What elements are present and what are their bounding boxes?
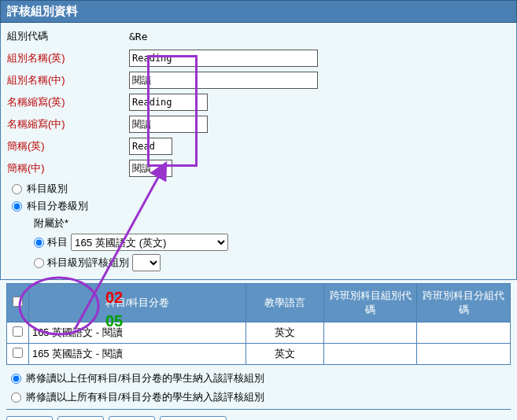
radio-paper-level-label: 科目分卷級別 (27, 199, 88, 213)
select-group[interactable] (132, 254, 161, 271)
input-short-ch[interactable] (129, 160, 172, 177)
table-row: 165 英國語文 - 閱讀 英文 (7, 322, 511, 344)
radio-attach-group[interactable] (34, 258, 44, 268)
radio-attach-subject[interactable] (34, 238, 44, 248)
radio-subject-level-label: 科目級別 (27, 182, 68, 196)
label-abbr-en: 名稱縮寫(英) (7, 95, 129, 109)
input-abbr-ch[interactable] (129, 116, 208, 133)
th-cross1: 跨班別科目組別代碼 (323, 284, 417, 322)
attach-label: 附屬於* (34, 216, 510, 230)
delete-button[interactable]: ✕ 刪除 (57, 416, 104, 420)
label-code: 組別代碼 (7, 29, 129, 43)
save-button[interactable]: 💾 儲存 (109, 416, 155, 420)
label-abbr-ch: 名稱縮寫(中) (7, 117, 129, 131)
subject-table: 科目/科目分卷 教學語言 跨班別科目組別代碼 跨班別科目分組代碼 165 英國語… (6, 283, 511, 365)
label-name-en: 組別名稱(英) (7, 51, 129, 65)
radio-include-any[interactable] (11, 374, 21, 384)
radio-subject-level[interactable] (12, 184, 22, 194)
cell-lang: 英文 (246, 344, 324, 365)
radio-attach-group-label: 科目級別評核組別 (47, 256, 129, 270)
th-subject: 科目/科目分卷 (28, 284, 246, 322)
cell-cross2 (417, 322, 511, 344)
row-checkbox[interactable] (13, 326, 23, 337)
back-button[interactable]: ◀ 返回前頁 (160, 416, 227, 420)
divider (6, 409, 511, 410)
input-name-en[interactable] (129, 50, 318, 67)
checkbox-all[interactable] (13, 297, 23, 307)
label-short-ch: 簡稱(中) (7, 161, 129, 175)
select-subject[interactable]: 165 英國語文 (英文) (71, 234, 228, 251)
radio-include-any-label: 將修讀以上任何科目/科目分卷的學生納入該評核組別 (26, 371, 264, 385)
form-section: 組別代碼 &Re 組別名稱(英) 組別名稱(中) 名稱縮寫(英) 名稱縮寫(中) (0, 23, 517, 280)
radio-include-all-label: 將修讀以上所有科目/科目分卷的學生納入該評核組別 (26, 390, 264, 404)
cell-lang: 英文 (246, 322, 324, 344)
label-name-ch: 組別名稱(中) (7, 73, 129, 87)
cell-cross1 (323, 344, 417, 365)
th-cross2: 跨班別科目分組代碼 (417, 284, 511, 322)
radio-attach-subject-label: 科目 (47, 235, 68, 249)
cell-subject: 165 英國語文 - 閱讀 (28, 322, 246, 344)
radio-include-all[interactable] (11, 392, 21, 403)
row-checkbox[interactable] (13, 348, 23, 358)
cell-cross1 (323, 322, 417, 344)
th-lang: 教學語言 (246, 284, 324, 322)
label-short-en: 簡稱(英) (7, 139, 129, 153)
input-abbr-en[interactable] (129, 94, 208, 111)
add-button[interactable]: ＋ 增新 (6, 416, 53, 420)
table-row: 165 英國語文 - 閱讀 英文 (7, 344, 511, 365)
radio-paper-level[interactable] (12, 201, 22, 212)
input-short-en[interactable] (129, 138, 172, 155)
cell-subject: 165 英國語文 - 閱讀 (28, 344, 246, 365)
input-name-ch[interactable] (129, 72, 318, 89)
cell-cross2 (417, 344, 511, 365)
page-title: 評核組別資料 (0, 0, 517, 23)
value-code: &Re (129, 31, 147, 42)
